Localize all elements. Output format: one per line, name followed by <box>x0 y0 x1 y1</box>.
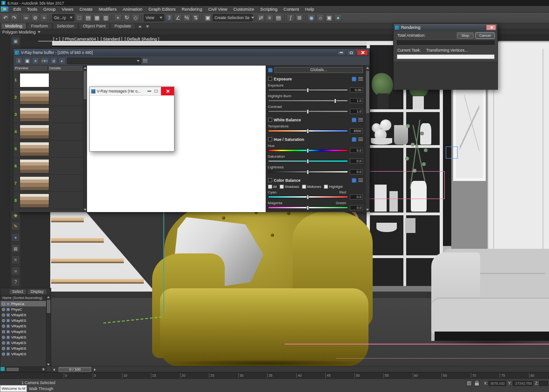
application-menu-button[interactable]: M <box>1 7 8 12</box>
angle-snap-icon[interactable]: ∠ <box>174 14 182 22</box>
visibility-icon[interactable] <box>2 341 5 345</box>
menu-customize[interactable]: Customize <box>230 6 257 13</box>
rendered-frame-window-icon[interactable]: ▣ <box>325 14 333 22</box>
exposure-menu-icon[interactable] <box>358 77 363 81</box>
history-column-headers[interactable]: Preview Details <box>13 66 83 72</box>
history-item[interactable]: 2 <box>13 89 83 106</box>
scroll-up-icon[interactable] <box>47 296 50 298</box>
scroll-down-icon[interactable] <box>366 209 369 211</box>
display-tool-icon[interactable]: ■ <box>11 266 20 275</box>
slider-handle[interactable] <box>307 129 309 133</box>
visibility-icon[interactable] <box>2 319 5 322</box>
visibility-icon[interactable] <box>2 313 5 317</box>
history-item[interactable]: 8 <box>13 192 83 209</box>
grid-tool-icon[interactable]: ▦ <box>11 244 20 253</box>
explorer-row[interactable]: VRayIES <box>0 334 47 340</box>
scroll-up-icon[interactable] <box>84 67 87 69</box>
duplicate-to-host-icon[interactable]: ▣ <box>24 57 31 64</box>
slider-value[interactable]: 0.00 <box>350 87 363 93</box>
viewport-layout-tab-strip[interactable] <box>0 35 10 288</box>
vfb-menu-icon[interactable] <box>143 59 147 63</box>
history-item[interactable]: 7 <box>13 175 83 192</box>
explorer-row[interactable]: PhysC <box>0 306 47 312</box>
reference-coordinate-dropdown[interactable]: View <box>144 14 164 21</box>
scroll-right-icon[interactable] <box>41 367 46 372</box>
select-and-move-icon[interactable]: + <box>114 14 122 22</box>
slider-value[interactable]: 0.0 <box>350 148 363 153</box>
clear-image-icon[interactable]: × <box>32 57 39 64</box>
slider-track[interactable] <box>268 206 348 209</box>
camera-sphere-icon[interactable]: ● <box>11 233 20 242</box>
selection-lock-indicator[interactable] <box>0 367 5 371</box>
explorer-row[interactable]: VRayIES <box>0 318 47 323</box>
named-selection-sets-icon[interactable]: ▣ <box>204 14 212 22</box>
select-and-rotate-icon[interactable]: ↻ <box>123 14 131 22</box>
frame-back-icon[interactable] <box>53 368 55 371</box>
ribbon-minimize-button[interactable] <box>137 24 143 29</box>
slider-track[interactable] <box>268 110 348 113</box>
visibility-icon[interactable] <box>2 325 5 328</box>
white-balance-reset-icon[interactable] <box>352 118 356 122</box>
explorer-vscrollbar[interactable] <box>46 295 51 366</box>
slider-handle[interactable] <box>307 195 309 199</box>
explorer-hscrollbar[interactable] <box>0 366 47 372</box>
history-item[interactable]: 1 <box>13 72 83 89</box>
visibility-icon[interactable] <box>2 347 5 350</box>
menu-help[interactable]: Help <box>302 6 317 13</box>
messages-close-button[interactable] <box>161 87 174 95</box>
hue-saturation-reset-icon[interactable] <box>352 137 356 142</box>
menu-edit[interactable]: Edit <box>10 6 24 13</box>
slider-handle[interactable] <box>307 170 309 174</box>
window-crossing-icon[interactable]: ▥ <box>102 14 110 22</box>
slider-value[interactable]: 0.0 <box>350 159 363 164</box>
visibility-icon[interactable] <box>2 302 5 306</box>
slider-handle[interactable] <box>307 148 309 153</box>
monochrome-icon[interactable]: ◐ <box>59 57 66 64</box>
viewport-menu-shading[interactable]: [ Default Shading ] <box>125 37 159 41</box>
history-item[interactable]: 4 <box>13 123 83 140</box>
slider-value[interactable]: 1.0 <box>350 98 363 103</box>
list-tool-icon[interactable]: ≡ <box>11 255 20 264</box>
z-coordinate-field[interactable] <box>539 381 548 386</box>
visibility-icon[interactable] <box>2 336 5 339</box>
slider-track[interactable] <box>268 130 348 132</box>
scroll-up-icon[interactable] <box>366 67 369 69</box>
scrollbar-thumb[interactable] <box>7 368 19 371</box>
messages-titlebar[interactable]: V-Ray messages (He o... <box>90 87 174 96</box>
schematic-view-icon[interactable]: ⊞ <box>295 14 303 22</box>
undo-icon[interactable]: ↶ <box>1 14 9 22</box>
select-and-scale-icon[interactable]: ◇ <box>132 14 140 22</box>
tab-modeling[interactable]: Modeling <box>1 23 27 29</box>
slider-handle[interactable] <box>307 109 309 114</box>
slider-handle[interactable] <box>307 88 309 93</box>
help-icon[interactable]: ? <box>11 278 20 286</box>
y-coordinate-field[interactable]: 27242.753 <box>513 381 533 386</box>
visibility-icon[interactable] <box>2 308 5 311</box>
corrections-scrollbar[interactable] <box>365 66 369 212</box>
select-by-name-icon[interactable]: ▤ <box>84 14 92 22</box>
slider-handle[interactable] <box>307 206 309 210</box>
timeline-ruler[interactable]: 0 5 10 15 20 25 30 35 40 45 50 55 60 65 … <box>0 372 549 379</box>
white-balance-checkbox[interactable] <box>268 118 272 122</box>
globals-icon[interactable] <box>268 68 273 73</box>
menu-create[interactable]: Create <box>76 6 96 13</box>
slider-track[interactable] <box>268 196 348 198</box>
globals-rollout[interactable]: Globals... <box>274 67 363 73</box>
vfb-close-button[interactable] <box>357 50 368 55</box>
vfb-channel-dropdown[interactable] <box>67 58 141 64</box>
menu-tools[interactable]: Tools <box>24 6 40 13</box>
hue-saturation-menu-icon[interactable] <box>358 138 363 141</box>
slider-track[interactable] <box>268 171 348 173</box>
ribbon-options-button[interactable] <box>145 24 150 29</box>
menu-group[interactable]: Group <box>40 6 59 13</box>
tab-selection[interactable]: Selection <box>53 23 78 29</box>
vfb-titlebar[interactable]: V-Ray frame buffer - [100% of 840 x 480] <box>13 49 369 56</box>
visibility-icon[interactable] <box>2 330 5 333</box>
tab-freeform[interactable]: Freeform <box>27 23 53 29</box>
unlink-selection-icon[interactable]: ⊘ <box>31 14 39 22</box>
stop-button[interactable]: Stop <box>457 33 474 39</box>
grid-toggle-button[interactable] <box>466 380 472 386</box>
slider-value[interactable]: 6500 <box>350 128 363 133</box>
scroll-down-icon[interactable] <box>84 209 87 211</box>
color-balance-reset-icon[interactable] <box>352 178 356 183</box>
